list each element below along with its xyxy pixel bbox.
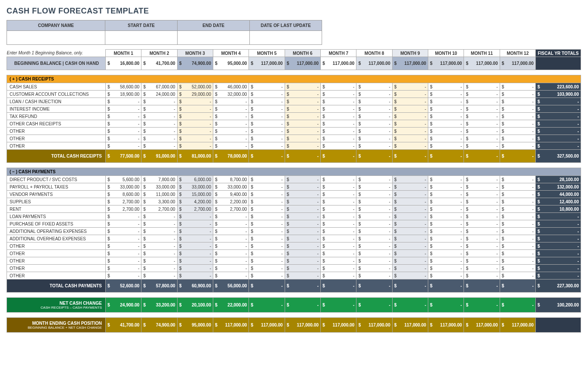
money-cell[interactable]: $- xyxy=(392,272,428,279)
money-cell[interactable]: $- xyxy=(321,135,356,142)
money-cell[interactable]: $- xyxy=(428,142,464,150)
money-cell[interactable]: $- xyxy=(213,142,249,150)
money-cell[interactable]: $2,700.00 xyxy=(105,205,141,213)
money-cell[interactable]: $- xyxy=(249,198,285,205)
money-cell[interactable]: $- xyxy=(464,98,500,105)
money-cell[interactable]: $- xyxy=(213,265,249,272)
money-cell[interactable]: $- xyxy=(321,220,356,228)
money-cell[interactable]: $- xyxy=(500,205,535,213)
money-cell[interactable]: $- xyxy=(464,220,500,228)
money-cell[interactable]: $- xyxy=(321,176,356,183)
money-cell[interactable]: $- xyxy=(249,235,285,242)
money-cell[interactable]: $- xyxy=(356,235,392,242)
money-cell[interactable]: $- xyxy=(141,120,177,128)
money-cell[interactable]: $- xyxy=(285,176,320,183)
money-cell[interactable]: $- xyxy=(464,191,500,198)
money-cell[interactable]: $- xyxy=(500,142,535,150)
money-cell[interactable]: $- xyxy=(500,128,535,135)
money-cell[interactable]: $- xyxy=(356,105,392,113)
money-cell[interactable]: $- xyxy=(105,250,141,257)
money-cell[interactable]: $- xyxy=(213,113,249,120)
money-cell[interactable]: $- xyxy=(464,250,500,257)
money-cell[interactable]: $- xyxy=(249,183,285,191)
money-cell[interactable]: $- xyxy=(177,128,213,135)
money-cell[interactable]: $- xyxy=(249,228,285,235)
money-cell[interactable]: $- xyxy=(464,205,500,213)
money-cell[interactable]: $- xyxy=(177,220,213,228)
money-cell[interactable]: $- xyxy=(428,228,464,235)
money-cell[interactable]: $- xyxy=(392,105,428,113)
money-cell[interactable]: $- xyxy=(392,113,428,120)
money-cell[interactable]: $- xyxy=(392,257,428,265)
money-cell[interactable]: $- xyxy=(141,250,177,257)
money-cell[interactable]: $- xyxy=(321,113,356,120)
money-cell[interactable]: $- xyxy=(141,98,177,105)
money-cell[interactable]: $- xyxy=(500,228,535,235)
money-cell[interactable]: $- xyxy=(141,235,177,242)
money-cell[interactable]: $- xyxy=(464,128,500,135)
money-cell[interactable]: $- xyxy=(105,128,141,135)
money-cell[interactable]: $- xyxy=(285,83,320,91)
money-cell[interactable]: $- xyxy=(105,220,141,228)
money-cell[interactable]: $- xyxy=(392,205,428,213)
money-cell[interactable]: $- xyxy=(356,191,392,198)
money-cell[interactable]: $- xyxy=(500,91,535,98)
money-cell[interactable]: $11,000.00 xyxy=(141,191,177,198)
money-cell[interactable]: $- xyxy=(285,135,320,142)
money-cell[interactable]: $46,000.00 xyxy=(213,83,249,91)
money-cell[interactable]: $- xyxy=(428,113,464,120)
info-value-cell[interactable] xyxy=(105,31,178,45)
money-cell[interactable]: $- xyxy=(500,250,535,257)
money-cell[interactable]: $- xyxy=(392,91,428,98)
money-cell[interactable]: $- xyxy=(500,191,535,198)
money-cell[interactable]: $8,700.00 xyxy=(213,176,249,183)
money-cell[interactable]: $- xyxy=(356,213,392,220)
money-cell[interactable]: $- xyxy=(500,272,535,279)
money-cell[interactable]: $- xyxy=(392,235,428,242)
money-cell[interactable]: $- xyxy=(285,142,320,150)
money-cell[interactable]: $- xyxy=(392,198,428,205)
money-cell[interactable]: $- xyxy=(464,235,500,242)
money-cell[interactable]: $- xyxy=(321,228,356,235)
money-cell[interactable]: $- xyxy=(213,220,249,228)
money-cell[interactable]: $- xyxy=(428,265,464,272)
money-cell[interactable]: $- xyxy=(428,242,464,250)
money-cell[interactable]: $- xyxy=(321,183,356,191)
money-cell[interactable]: $- xyxy=(428,272,464,279)
info-value-cell[interactable] xyxy=(250,31,322,45)
money-cell[interactable]: $- xyxy=(356,205,392,213)
money-cell[interactable]: $- xyxy=(285,183,320,191)
money-cell[interactable]: $- xyxy=(392,183,428,191)
money-cell[interactable]: $- xyxy=(285,191,320,198)
money-cell[interactable]: $33,000.00 xyxy=(213,183,249,191)
money-cell[interactable]: $- xyxy=(177,142,213,150)
money-cell[interactable]: $2,700.00 xyxy=(141,205,177,213)
money-cell[interactable]: $- xyxy=(321,83,356,91)
money-cell[interactable]: $33,000.00 xyxy=(141,183,177,191)
money-cell[interactable]: $- xyxy=(321,235,356,242)
beginning-balance-cell[interactable]: $95,000.00 xyxy=(213,57,249,70)
money-cell[interactable]: $- xyxy=(141,228,177,235)
money-cell[interactable]: $- xyxy=(392,220,428,228)
money-cell[interactable]: $- xyxy=(321,128,356,135)
money-cell[interactable]: $- xyxy=(464,176,500,183)
money-cell[interactable]: $- xyxy=(213,213,249,220)
money-cell[interactable]: $- xyxy=(321,272,356,279)
money-cell[interactable]: $- xyxy=(285,205,320,213)
money-cell[interactable]: $- xyxy=(428,191,464,198)
money-cell[interactable]: $8,600.00 xyxy=(105,191,141,198)
money-cell[interactable]: $- xyxy=(392,176,428,183)
money-cell[interactable]: $- xyxy=(392,228,428,235)
money-cell[interactable]: $- xyxy=(285,257,320,265)
money-cell[interactable]: $- xyxy=(500,176,535,183)
money-cell[interactable]: $- xyxy=(356,176,392,183)
money-cell[interactable]: $18,900.00 xyxy=(105,91,141,98)
money-cell[interactable]: $- xyxy=(356,198,392,205)
money-cell[interactable]: $- xyxy=(464,120,500,128)
money-cell[interactable]: $- xyxy=(177,228,213,235)
money-cell[interactable]: $- xyxy=(249,142,285,150)
money-cell[interactable]: $33,000.00 xyxy=(105,183,141,191)
money-cell[interactable]: $- xyxy=(321,191,356,198)
money-cell[interactable]: $- xyxy=(428,135,464,142)
money-cell[interactable]: $- xyxy=(356,142,392,150)
